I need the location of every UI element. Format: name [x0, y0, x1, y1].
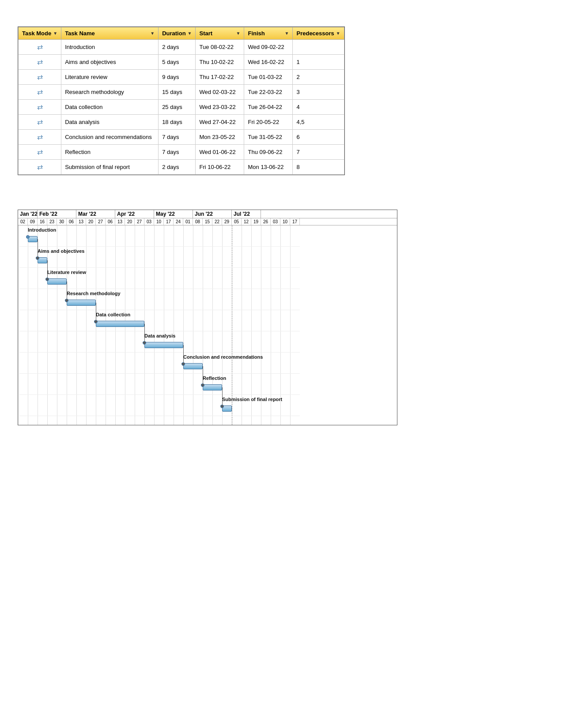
- gantt-bar: [96, 321, 144, 327]
- col-header-taskname[interactable]: Task Name ▼: [61, 27, 159, 40]
- col-header-predecessors[interactable]: Predecessors ▼: [293, 27, 344, 40]
- gantt-arrowhead: [220, 405, 224, 408]
- gantt-week-cell: 20: [86, 218, 96, 225]
- sort-arrow-finish[interactable]: ▼: [285, 31, 289, 36]
- task-mode-icon: ⇄: [37, 88, 43, 96]
- gantt-week-cell: 26: [261, 218, 271, 225]
- gantt-week-cell: 19: [251, 218, 261, 225]
- table-row: ⇄ Research methodology 15 days Wed 02-03…: [19, 85, 344, 100]
- gantt-header: Jan '22Feb '22Mar '22Apr '22May '22Jun '…: [18, 210, 397, 225]
- gantt-arrow-v: [144, 324, 145, 344]
- task-finish-cell: Tue 22-03-22: [244, 85, 293, 100]
- task-predecessors-cell: 4: [293, 100, 344, 115]
- gantt-arrowhead: [45, 278, 49, 281]
- col-header-taskmode[interactable]: Task Mode ▼: [19, 27, 61, 40]
- gantt-week-cell: 06: [106, 218, 115, 225]
- gantt-arrow-v: [222, 387, 223, 407]
- gantt-week-cell: 08: [193, 218, 203, 225]
- gantt-arrowhead: [94, 321, 98, 323]
- gantt-week-cell: 20: [125, 218, 135, 225]
- gantt-arrow-v: [47, 260, 48, 280]
- task-mode-cell: ⇄: [19, 160, 61, 175]
- gantt-week-cell: 01: [183, 218, 193, 225]
- gantt-week-cell: 29: [222, 218, 232, 225]
- task-mode-icon: ⇄: [37, 163, 43, 171]
- sort-arrow-predecessors[interactable]: ▼: [336, 31, 340, 36]
- task-finish-cell: Wed 09-02-22: [244, 40, 293, 55]
- gantt-week-cell: 03: [144, 218, 154, 225]
- gantt-week-cell: 17: [164, 218, 174, 225]
- gantt-table-container: Task Mode ▼ Task Name ▼ Duration ▼: [18, 26, 545, 199]
- task-mode-icon: ⇄: [37, 73, 43, 81]
- col-header-taskname-label: Task Name: [65, 30, 95, 37]
- gantt-task-label: Reflection: [203, 375, 226, 381]
- gantt-month-cell: Feb '22: [38, 210, 76, 218]
- task-duration-cell: 15 days: [159, 85, 196, 100]
- gantt-month-cell: Mar '22: [76, 210, 115, 218]
- task-mode-icon: ⇄: [37, 133, 43, 141]
- gantt-week-cell: 13: [76, 218, 86, 225]
- col-header-duration[interactable]: Duration ▼: [159, 27, 196, 40]
- table-row: ⇄ Aims and objectives 5 days Thu 10-02-2…: [19, 55, 344, 70]
- gantt-task-label: Data analysis: [144, 333, 175, 338]
- task-finish-cell: Mon 13-06-22: [244, 160, 293, 175]
- gantt-chart-wrapper: Jan '22Feb '22Mar '22Apr '22May '22Jun '…: [18, 210, 397, 425]
- gantt-arrowhead: [143, 342, 146, 345]
- task-start-cell: Thu 17-02-22: [196, 70, 244, 85]
- task-duration-cell: 7 days: [159, 145, 196, 160]
- gantt-week-cell: 24: [174, 218, 183, 225]
- sort-arrow-duration[interactable]: ▼: [188, 31, 192, 36]
- col-header-start[interactable]: Start ▼: [196, 27, 244, 40]
- gantt-bar: [47, 278, 67, 285]
- task-mode-cell: ⇄: [19, 100, 61, 115]
- gantt-row: [18, 289, 300, 310]
- task-start-cell: Wed 02-03-22: [196, 85, 244, 100]
- gantt-week-cell: 27: [135, 218, 144, 225]
- task-duration-cell: 18 days: [159, 115, 196, 130]
- gantt-week-cell: 05: [232, 218, 242, 225]
- gantt-row: [18, 374, 300, 395]
- task-predecessors-cell: 8: [293, 160, 344, 175]
- gantt-row: [18, 310, 300, 331]
- task-name-cell: Reflection: [61, 145, 159, 160]
- gantt-bar: [67, 300, 96, 306]
- gantt-week-cell: 02: [18, 218, 28, 225]
- task-name-cell: Data analysis: [61, 115, 159, 130]
- gantt-week-cell: 03: [271, 218, 280, 225]
- table-row: ⇄ Data analysis 18 days Wed 27-04-22 Fri…: [19, 115, 344, 130]
- table-row: ⇄ Submission of final report 2 days Fri …: [19, 160, 344, 175]
- col-header-start-label: Start: [199, 30, 212, 37]
- task-start-cell: Thu 10-02-22: [196, 55, 244, 70]
- sort-arrow-taskmode[interactable]: ▼: [53, 31, 57, 36]
- gantt-bar: [183, 363, 203, 369]
- gantt-months-row: Jan '22Feb '22Mar '22Apr '22May '22Jun '…: [18, 210, 397, 218]
- gantt-task-label: Literature review: [47, 270, 86, 275]
- sort-arrow-taskname[interactable]: ▼: [150, 31, 155, 36]
- gantt-table-wrapper: Task Mode ▼ Task Name ▼ Duration ▼: [18, 26, 345, 175]
- task-start-cell: Wed 23-03-22: [196, 100, 244, 115]
- gantt-week-cell: 17: [290, 218, 300, 225]
- gantt-month-cell: Jan '22: [18, 210, 38, 218]
- task-mode-icon: ⇄: [37, 118, 43, 126]
- gantt-chart-section: Jan '22Feb '22Mar '22Apr '22May '22Jun '…: [18, 210, 545, 425]
- table-row: ⇄ Conclusion and recommendations 7 days …: [19, 130, 344, 145]
- col-header-finish-label: Finish: [248, 30, 264, 37]
- gantt-week-cell: 12: [242, 218, 251, 225]
- task-start-cell: Mon 23-05-22: [196, 130, 244, 145]
- gantt-task-label: Aims and objectives: [38, 248, 84, 254]
- task-duration-cell: 2 days: [159, 40, 196, 55]
- task-name-cell: Submission of final report: [61, 160, 159, 175]
- task-mode-icon: ⇄: [37, 103, 43, 111]
- task-finish-cell: Tue 01-03-22: [244, 70, 293, 85]
- gantt-week-cell: 15: [203, 218, 212, 225]
- gantt-week-cell: 27: [96, 218, 106, 225]
- col-header-predecessors-label: Predecessors: [296, 30, 334, 37]
- gantt-week-cell: 09: [28, 218, 38, 225]
- gantt-arrow-v: [203, 366, 203, 386]
- col-header-finish[interactable]: Finish ▼: [244, 27, 293, 40]
- gantt-month-cell: May '22: [154, 210, 193, 218]
- sort-arrow-start[interactable]: ▼: [236, 31, 241, 36]
- gantt-week-cell: 10: [280, 218, 290, 225]
- task-duration-cell: 5 days: [159, 55, 196, 70]
- gantt-bar: [203, 384, 222, 390]
